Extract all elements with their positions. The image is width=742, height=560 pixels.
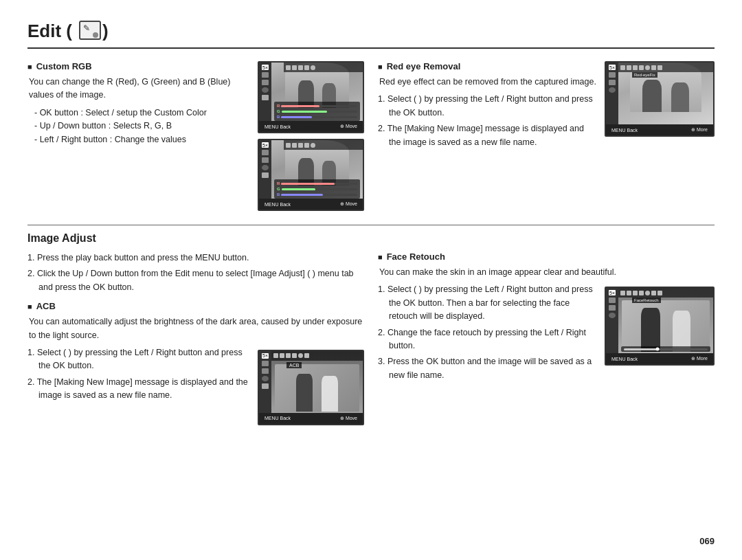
cam-icon-2 [262, 72, 269, 78]
cam-icons-row-1 [284, 63, 363, 72]
face-retouch-steps: 1. Select ( ) by pressing the Left / Rig… [378, 283, 596, 385]
cam-bottom-bar-5: MENU Back ⊕ More [606, 353, 713, 364]
face-retouch-content: 1. Select ( ) by pressing the Left / Rig… [378, 283, 715, 385]
lower-right-column: Face Retouch You can make the skin in an… [378, 251, 715, 425]
cam-icon-2-3 [262, 157, 269, 163]
custom-rgb-bullet3: - Left / Right button : Change the value… [34, 133, 249, 146]
cam-icon-3-1: 5× [609, 65, 616, 70]
cam-icon-1: 5× [262, 65, 269, 70]
cam-icon-4-5 [262, 383, 269, 389]
red-eye-text: Red eye Removal Red eye effect can be re… [378, 61, 596, 152]
cam-icon-2-4 [262, 165, 269, 170]
cam-icon-5-3 [609, 305, 616, 311]
cam-icon-2-2 [262, 150, 269, 155]
acb-label: ACB [286, 362, 302, 368]
red-eye-screen: 5× [605, 61, 715, 152]
cam-icon-3 [262, 80, 269, 85]
top-content: Custom RGB You can change the R (Red), G… [27, 61, 715, 211]
page-header: Edit ( ✎ ) [27, 21, 715, 49]
cam-icon-3-4 [609, 87, 616, 93]
image-adjust-step2: 2. Click the Up / Down button from the E… [27, 267, 364, 294]
edit-icon: ✎ [79, 21, 101, 40]
cam-bottom-bar-2: MENU Back ⊕ Move [259, 199, 363, 210]
cam-icon-4 [262, 87, 269, 93]
acb-step1: 1. Select ( ) by pressing the Left / Rig… [27, 346, 249, 373]
cam-icon-3-2 [609, 72, 616, 78]
cam-icon-2-5 [262, 172, 269, 178]
red-eye-step1: 1. Select ( ) by pressing the Left / Rig… [378, 93, 596, 120]
right-column: Red eye Removal Red eye effect can be re… [378, 61, 715, 211]
custom-rgb-bullet1: - OK button : Select / setup the Custom … [34, 107, 249, 120]
face-step1: 1. Select ( ) by pressing the Left / Rig… [378, 283, 596, 323]
camera-screen-2: 5× [258, 139, 364, 211]
cam-icon-2-1: 5× [262, 142, 269, 148]
red-eye-header: Red eye Removal [378, 61, 596, 71]
camera-screen-4: 5× [258, 350, 364, 425]
cam-icon-4-3 [262, 368, 269, 374]
face-retouch-para1: You can make the skin in an image appear… [378, 266, 715, 279]
face-step2: 2. Change the face retouch by pressing t… [378, 326, 596, 353]
image-adjust-title: Image Adjust [27, 232, 715, 245]
cam-icons-row-2 [284, 140, 363, 150]
acb-header: ACB [27, 301, 364, 311]
camera-screen-3: 5× [605, 61, 715, 137]
lower-left-column: 1. Press the play back button and press … [27, 251, 364, 425]
red-eye-para1: Red eye effect can be removed from the c… [378, 76, 596, 89]
cam-icon-4-1: 5× [262, 353, 269, 359]
cam-bottom-bar-4: MENU Back ⊕ Move [259, 413, 363, 424]
face-screen-wrapper: 5× [605, 283, 715, 385]
cam-icon-5-2 [609, 298, 616, 303]
cam-icon-4-4 [262, 376, 269, 381]
page-title: Edit ( [27, 21, 72, 42]
face-retouch-header: Face Retouch [378, 251, 715, 262]
custom-rgb-para1: You can change the R (Red), G (Green) an… [27, 76, 249, 102]
acb-para1: You can automatically adjust the brightn… [27, 315, 364, 342]
lower-content: 1. Press the play back button and press … [27, 251, 715, 425]
custom-rgb-text: Custom RGB You can change the R (Red), G… [27, 61, 249, 211]
image-adjust-section: Image Adjust 1. Press the play back butt… [27, 225, 715, 425]
cam-icon-3-3 [609, 80, 616, 85]
custom-rgb-header: Custom RGB [27, 61, 249, 71]
custom-rgb-screens: 5× [258, 61, 364, 211]
custom-rgb-bullet2: - Up / Down button : Selects R, G, B [34, 120, 249, 133]
page: Edit ( ✎ ) Custom RGB You can change the… [0, 0, 742, 560]
page-title-suffix: ) [102, 21, 109, 42]
cam-bottom-bar-1: MENU Back ⊕ Move [259, 121, 363, 132]
cam-bottom-bar-3: MENU Back ⊕ More [606, 124, 713, 135]
camera-screen-1: 5× [258, 61, 364, 133]
cam-icon-5-1: 5× [609, 290, 616, 295]
cam-icon-5 [262, 95, 269, 100]
acb-steps: 1. Select ( ) by pressing the Left / Rig… [27, 346, 249, 425]
cam-icon-5-4 [609, 313, 616, 318]
cam-icon-4-2 [262, 361, 269, 366]
acb-screen-wrapper: 5× [258, 346, 364, 425]
face-step3: 3. Press the OK button and the image wil… [378, 355, 596, 382]
image-adjust-step1: 1. Press the play back button and press … [27, 251, 364, 265]
face-retouch-label: FaceRetouch [632, 298, 661, 303]
acb-content: 1. Select ( ) by pressing the Left / Rig… [27, 346, 364, 425]
camera-screen-5: 5× [605, 287, 715, 366]
page-number: 069 [699, 536, 715, 546]
red-eye-step2: 2. The [Making New Image] message is dis… [378, 122, 596, 149]
red-eye-fix-label: Red-eyeFix [632, 72, 657, 78]
acb-step2: 2. The [Making New Image] message is dis… [27, 376, 249, 403]
left-column: Custom RGB You can change the R (Red), G… [27, 61, 364, 211]
